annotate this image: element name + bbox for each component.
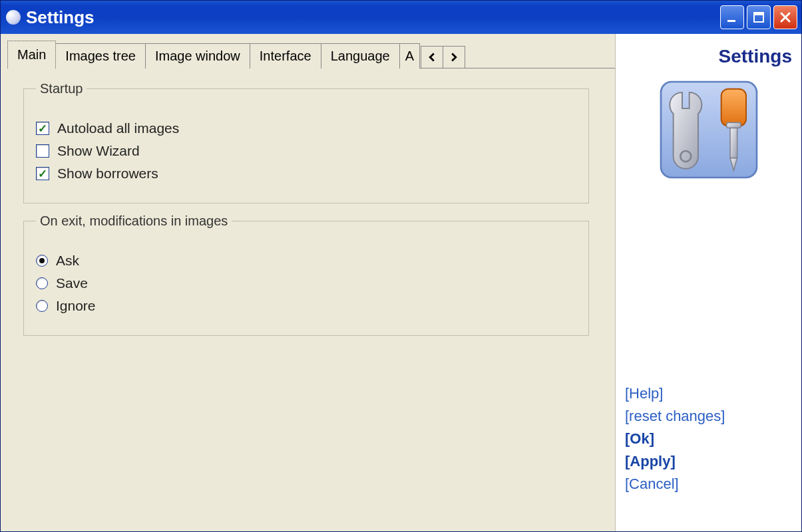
autoload-label: Autoload all images xyxy=(57,120,179,136)
help-link[interactable]: [Help] xyxy=(625,382,792,405)
side-links: [Help] [reset changes] [Ok] [Apply] [Can… xyxy=(625,382,792,522)
tab-image-window[interactable]: Image window xyxy=(145,43,250,68)
borrowers-checkbox[interactable] xyxy=(36,167,49,180)
chevron-left-icon xyxy=(427,53,437,62)
ok-link[interactable]: [Ok] xyxy=(625,428,792,450)
tab-images-tree[interactable]: Images tree xyxy=(55,43,146,68)
close-button[interactable] xyxy=(773,5,797,29)
tab-interface[interactable]: Interface xyxy=(250,43,321,68)
svg-rect-6 xyxy=(730,126,737,158)
cancel-link[interactable]: [Cancel] xyxy=(625,473,792,495)
svg-rect-7 xyxy=(726,122,740,128)
tab-label: Interface xyxy=(260,49,311,63)
tab-label: Images tree xyxy=(65,49,136,63)
borrowers-row: Show borrowers xyxy=(36,166,576,182)
tab-label: Main xyxy=(17,47,46,62)
borrowers-label: Show borrowers xyxy=(57,166,158,182)
settings-icon xyxy=(656,76,762,183)
autoload-checkbox[interactable] xyxy=(36,122,49,135)
svg-rect-5 xyxy=(721,89,745,126)
wizard-row: Show Wizard xyxy=(36,143,576,159)
svg-rect-2 xyxy=(754,13,763,15)
startup-group: Startup Autoload all images Show Wizard … xyxy=(23,88,589,203)
minimize-button[interactable] xyxy=(720,5,744,29)
exit-save-row: Save xyxy=(36,275,576,291)
titlebar: Settings xyxy=(1,1,801,34)
autoload-row: Autoload all images xyxy=(36,120,576,136)
apply-link[interactable]: [Apply] xyxy=(625,450,792,473)
settings-window: Settings Main Images tree Image window I… xyxy=(0,0,802,532)
side-panel: Settings xyxy=(615,34,801,531)
reset-link[interactable]: [reset changes] xyxy=(625,405,792,428)
tab-main[interactable]: Main xyxy=(7,41,56,69)
wizard-checkbox[interactable] xyxy=(36,144,49,158)
window-body: Main Images tree Image window Interface … xyxy=(1,34,801,531)
chevron-right-icon xyxy=(449,53,459,62)
window-title: Settings xyxy=(26,7,720,28)
svg-rect-0 xyxy=(727,20,735,22)
startup-legend: Startup xyxy=(36,81,87,96)
tab-scroll xyxy=(421,46,465,68)
tab-label: A xyxy=(405,49,414,63)
tab-partial[interactable]: A xyxy=(399,43,420,68)
exit-save-label: Save xyxy=(56,275,88,291)
tab-language[interactable]: Language xyxy=(321,43,400,68)
wizard-label: Show Wizard xyxy=(57,143,140,159)
tab-scroll-left[interactable] xyxy=(421,46,443,68)
app-icon xyxy=(6,10,21,25)
exit-ignore-radio[interactable] xyxy=(36,300,48,312)
exit-save-radio[interactable] xyxy=(36,277,48,289)
exit-ask-radio[interactable] xyxy=(36,255,48,267)
exit-ask-row: Ask xyxy=(36,253,576,269)
window-buttons xyxy=(720,5,797,29)
side-title: Settings xyxy=(625,46,792,67)
tab-label: Image window xyxy=(155,49,240,63)
exit-ask-label: Ask xyxy=(56,253,79,269)
tab-scroll-right[interactable] xyxy=(443,46,465,68)
tabstrip: Main Images tree Image window Interface … xyxy=(7,41,615,68)
tab-label: Language xyxy=(331,49,390,63)
exit-ignore-row: Ignore xyxy=(36,298,576,314)
exit-ignore-label: Ignore xyxy=(56,298,96,314)
maximize-button[interactable] xyxy=(747,5,771,29)
exit-group: On exit, modifications in images Ask Sav… xyxy=(23,221,589,336)
tab-content: Startup Autoload all images Show Wizard … xyxy=(7,68,615,373)
main-panel: Main Images tree Image window Interface … xyxy=(1,34,615,531)
exit-legend: On exit, modifications in images xyxy=(36,213,232,229)
